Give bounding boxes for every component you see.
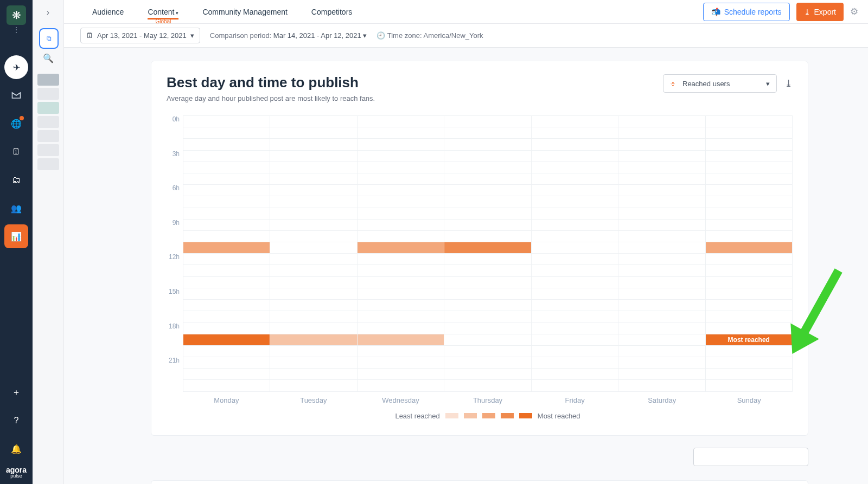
heatmap-cell[interactable] [705,230,792,242]
heatmap-cell[interactable] [531,334,618,345]
profile-thumb[interactable] [37,102,59,114]
tab-community[interactable]: Community Management [202,8,287,16]
heatmap-cell[interactable] [444,334,531,345]
heatmap-cell[interactable] [618,139,705,150]
heatmap-cell[interactable] [618,254,705,265]
calendar-icon[interactable]: 🗓 [4,140,28,164]
heatmap-cell[interactable] [183,185,270,196]
tab-competitors[interactable]: Competitors [311,8,352,16]
team-icon[interactable]: 👥 [4,196,28,220]
profile-thumb[interactable] [37,74,59,86]
heatmap-cell[interactable] [357,208,444,219]
heatmap-cell[interactable] [705,196,792,208]
heatmap-cell[interactable] [531,265,618,276]
heatmap-cell[interactable] [618,185,705,196]
heatmap-cell[interactable] [618,369,705,380]
heatmap-cell[interactable] [183,116,270,127]
metric-dropdown[interactable]: ᯤReached users ▾ [663,74,777,93]
tab-audience[interactable]: Audience [92,8,124,16]
heatmap-cell[interactable] [618,116,705,127]
heatmap-cell[interactable] [705,322,792,334]
heatmap-cell[interactable] [357,345,444,357]
tab-content[interactable]: Content▾ Global [148,8,178,16]
summary-toggle[interactable]: ⧉ [39,28,59,49]
help-icon[interactable]: ? [4,409,28,433]
heatmap-cell[interactable] [183,127,270,139]
heatmap-cell[interactable] [531,150,618,162]
library-icon[interactable]: 🗂 [4,168,28,192]
heatmap-cell[interactable] [531,162,618,173]
heatmap-cell[interactable] [183,254,270,265]
heatmap-cell[interactable] [444,230,531,242]
schedule-reports-button[interactable]: 📬 Schedule reports [703,3,790,21]
heatmap-cell[interactable] [444,219,531,230]
heatmap-cell[interactable] [183,139,270,150]
profile-thumb[interactable] [37,130,59,142]
heatmap-cell[interactable] [270,219,357,230]
heatmap-cell[interactable] [618,219,705,230]
heatmap-cell[interactable] [183,173,270,184]
heatmap-cell[interactable] [357,162,444,173]
heatmap-cell[interactable] [531,230,618,242]
heatmap-cell[interactable] [357,288,444,299]
heatmap-cell[interactable] [531,242,618,254]
heatmap-cell[interactable] [357,150,444,162]
heatmap-cell[interactable] [357,265,444,276]
heatmap-cell[interactable] [444,127,531,139]
heatmap-cell[interactable] [444,288,531,299]
profile-thumb[interactable] [37,144,59,156]
heatmap-cell[interactable] [183,265,270,276]
heatmap-cell[interactable] [531,196,618,208]
heatmap-cell[interactable] [357,173,444,184]
notifications-icon[interactable]: 🔔 [4,437,28,461]
heatmap-cell[interactable] [357,357,444,368]
heatmap-cell[interactable] [705,116,792,127]
profile-thumb[interactable] [37,158,59,170]
heatmap-cell[interactable] [444,196,531,208]
heatmap-cell[interactable] [357,300,444,311]
heatmap-cell[interactable] [357,311,444,322]
heatmap-cell[interactable] [183,208,270,219]
heatmap-cell[interactable] [270,380,357,391]
heatmap-cell[interactable] [270,311,357,322]
heatmap-cell[interactable] [618,162,705,173]
heatmap-cell[interactable] [357,230,444,242]
heatmap-cell[interactable] [183,276,270,288]
heatmap-cell[interactable] [270,150,357,162]
heatmap-cell[interactable] [618,322,705,334]
heatmap-cell[interactable] [705,345,792,357]
heatmap-cell[interactable] [705,300,792,311]
heatmap-cell[interactable] [705,242,792,254]
heatmap-cell[interactable] [444,139,531,150]
heatmap-cell[interactable] [270,196,357,208]
heatmap-cell[interactable] [357,116,444,127]
heatmap-cell[interactable] [270,265,357,276]
heatmap-cell[interactable] [705,150,792,162]
heatmap-cell[interactable] [270,345,357,357]
heatmap-cell[interactable] [270,116,357,127]
heatmap-cell[interactable] [270,162,357,173]
heatmap-cell[interactable] [705,369,792,380]
heatmap-cell[interactable] [444,185,531,196]
heatmap-cell[interactable] [444,208,531,219]
heatmap-cell[interactable] [270,185,357,196]
account-menu-icon[interactable]: ⋮ [13,26,20,34]
heatmap-cell[interactable] [357,322,444,334]
heatmap-cell[interactable] [183,345,270,357]
heatmap-cell[interactable] [618,127,705,139]
heatmap-cell[interactable] [270,173,357,184]
heatmap-cell[interactable] [705,185,792,196]
heatmap-cell[interactable] [357,196,444,208]
heatmap-cell[interactable] [357,127,444,139]
heatmap-cell[interactable] [270,357,357,368]
heatmap-cell[interactable] [705,276,792,288]
heatmap-cell[interactable] [270,322,357,334]
heatmap-cell[interactable] [270,139,357,150]
heatmap-cell[interactable] [444,242,531,254]
heatmap-cell[interactable] [618,276,705,288]
heatmap-cell[interactable] [444,162,531,173]
heatmap-cell[interactable] [183,288,270,299]
heatmap-cell[interactable] [357,242,444,254]
heatmap-cell[interactable] [183,162,270,173]
heatmap-cell[interactable] [705,311,792,322]
